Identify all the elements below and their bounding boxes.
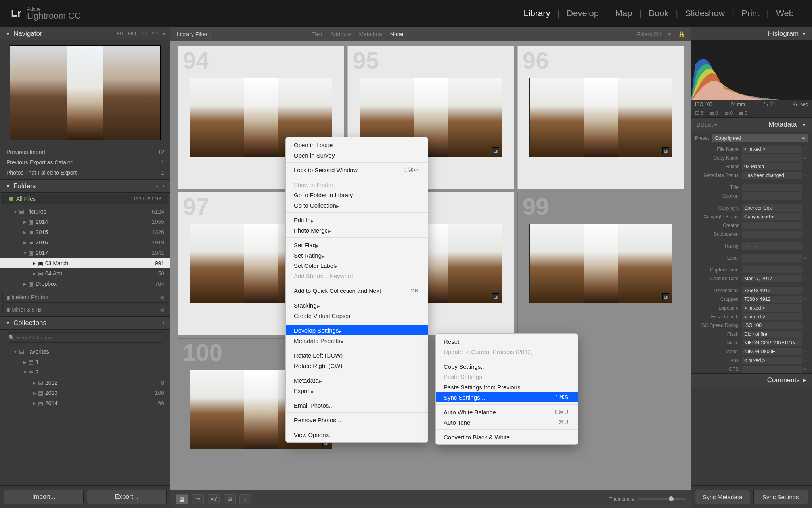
menu-icon[interactable]: ≡ — [802, 156, 808, 160]
tree-row[interactable]: ▶▣20161919 — [0, 237, 170, 248]
tree-row[interactable]: ▶▣20141055 — [0, 217, 170, 227]
tree-row[interactable]: ▶▤1 — [0, 357, 170, 367]
menu-icon[interactable]: ≡ — [802, 367, 808, 371]
disclosure-icon[interactable]: ▶ — [31, 401, 38, 406]
metadata-field[interactable]: Metadata StatusHas been changed≡ — [691, 171, 812, 180]
menu-item[interactable]: Set Color Label — [286, 260, 428, 271]
metadata-header[interactable]: Default ▾ Metadata ▼ — [691, 118, 812, 131]
metadata-field[interactable]: Caption — [691, 192, 812, 200]
disclosure-icon[interactable]: ▶ — [31, 271, 38, 276]
tree-row[interactable]: ▶▤201466 — [0, 398, 170, 408]
develop-badge-icon[interactable]: ◪ — [492, 147, 499, 154]
chevron-down-icon[interactable]: ▾ — [668, 31, 671, 37]
tree-row[interactable]: ▶▣Dropbox704 — [0, 279, 170, 289]
disclosure-icon[interactable]: ▶ — [21, 360, 29, 364]
menu-item[interactable]: Export — [286, 385, 428, 396]
disclosure-icon[interactable]: ▶ — [21, 282, 29, 286]
menu-item[interactable]: Go to Collection — [286, 200, 428, 210]
module-slideshow[interactable]: Slideshow — [678, 8, 732, 19]
metadata-field[interactable]: Dimensions7360 x 4912 — [691, 286, 812, 295]
menu-item[interactable]: Edit In — [286, 215, 428, 225]
metadata-field[interactable]: MakeNIKON CORPORATION — [691, 339, 812, 347]
tree-row[interactable]: ▶▤2013100 — [0, 388, 170, 398]
metadata-value[interactable] — [742, 231, 802, 238]
menu-item[interactable]: Lock to Second Window⇧⌘↩ — [286, 165, 428, 175]
collections-header[interactable]: ▼ Collections + — [0, 316, 170, 330]
metadata-field[interactable]: ISO Speed RatingISO 100 — [691, 321, 812, 330]
comments-header[interactable]: Comments ▶ — [691, 373, 812, 387]
volume-row[interactable]: All Files 133 / 699 GB — [2, 194, 168, 204]
tree-row[interactable]: ▼▤Favorites — [0, 346, 170, 357]
develop-badge-icon[interactable]: ◪ — [662, 147, 669, 154]
metadata-field[interactable]: Copy Name≡ — [691, 154, 812, 162]
metadata-field[interactable]: FlashDid not fire — [691, 330, 812, 339]
tree-row[interactable]: ▶▤20128 — [0, 377, 170, 388]
compare-view-button[interactable]: XY — [208, 494, 220, 504]
context-menu[interactable]: Open in LoupeOpen in SurveyLock to Secon… — [285, 137, 428, 443]
menu-item[interactable]: Remove Photos... — [286, 415, 428, 425]
menu-item[interactable]: Stacking — [286, 300, 428, 310]
search-collections-input[interactable]: 🔍 Filter Collections — [4, 332, 167, 343]
metadata-field[interactable]: Capture DateMar 17, 2017≡ — [691, 274, 812, 283]
module-map[interactable]: Map — [608, 8, 640, 19]
menu-icon[interactable]: ≡ — [802, 256, 808, 260]
metadata-value[interactable]: NIKON D800E — [742, 348, 802, 355]
disclosure-icon[interactable]: ▶ — [21, 220, 29, 224]
grid-cell[interactable]: 96◪ — [517, 46, 684, 189]
metadata-field[interactable]: Capture Time — [691, 266, 812, 274]
folders-header[interactable]: ▼ Folders −+ — [0, 179, 170, 193]
thumbnail-size-slider[interactable] — [638, 498, 686, 500]
chevron-down-icon[interactable]: ▾ — [163, 31, 165, 37]
catalog-row[interactable]: Photos That Failed to Export1 — [0, 167, 170, 178]
metadata-field[interactable]: Sublocation — [691, 230, 812, 239]
metadata-field[interactable]: GPS≡ — [691, 365, 812, 373]
metadata-field[interactable]: Rating· · · · · — [691, 242, 812, 250]
metadata-field[interactable]: Lens< mixed >≡ — [691, 356, 812, 365]
metadata-value[interactable]: < mixed > — [742, 146, 802, 153]
lock-icon[interactable]: 🔒 — [678, 31, 685, 37]
collapsed-volume[interactable]: ▮ Minor 3.5TB◀ — [2, 304, 168, 315]
sync-metadata-button[interactable]: Sync Metadata — [695, 490, 750, 504]
develop-badge-icon[interactable]: ◪ — [662, 293, 669, 300]
metadata-value[interactable] — [742, 184, 802, 191]
people-view-button[interactable]: ☺ — [239, 494, 251, 504]
filter-none[interactable]: None — [390, 31, 403, 37]
collapsed-volume[interactable]: ▮ Iceland Photos◀ — [2, 292, 168, 303]
import-button[interactable]: Import... — [4, 490, 84, 504]
menu-item[interactable]: Rotate Right (CW) — [286, 360, 428, 371]
nav-mode-fill[interactable]: FILL — [128, 31, 138, 37]
metadata-field[interactable]: Focal Length< mixed > — [691, 312, 812, 321]
plus-icon[interactable]: + — [162, 183, 165, 189]
thumbnail-grid[interactable]: 94◪95◪96◪97◪98◪99◪100◪ — [170, 41, 691, 490]
minus-icon[interactable]: − — [155, 183, 158, 189]
metadata-value[interactable]: < mixed > — [742, 357, 802, 364]
metadata-field[interactable]: Copyright StatusCopyrighted ▾ — [691, 212, 812, 221]
grid-cell[interactable]: 99◪ — [517, 192, 684, 335]
tree-row[interactable]: ▶▣03 March991 — [0, 258, 170, 268]
tree-row[interactable]: ▼▣Pictures6124 — [0, 206, 170, 217]
menu-item[interactable]: Set Rating — [286, 250, 428, 260]
disclosure-icon[interactable]: ▼ — [12, 350, 19, 354]
menu-item[interactable]: Metadata — [286, 375, 428, 385]
menu-item[interactable]: Email Photos... — [286, 400, 428, 410]
metadata-value[interactable]: Copyrighted ▾ — [742, 213, 802, 220]
menu-item[interactable]: Photo Merge — [286, 225, 428, 235]
menu-icon[interactable]: ≡ — [802, 358, 808, 362]
metadata-field[interactable]: Title — [691, 183, 812, 192]
disclosure-icon[interactable]: ▼ — [21, 370, 29, 375]
metadata-field[interactable]: Folder03 March — [691, 162, 812, 171]
metadata-value[interactable]: Spencer Cox — [742, 204, 802, 212]
menu-item[interactable]: View Options... — [286, 429, 428, 440]
context-submenu-develop-settings[interactable]: ResetUpdate to Current Process (2012)Cop… — [435, 333, 578, 445]
plus-icon[interactable]: + — [162, 320, 165, 326]
catalog-row[interactable]: Previous Export as Catalog1 — [0, 157, 170, 167]
metadata-field[interactable]: CopyrightSpencer Cox — [691, 204, 812, 212]
menu-item[interactable]: Create Virtual Copies — [286, 310, 428, 321]
menu-item[interactable]: Open in Survey — [286, 150, 428, 160]
module-library[interactable]: Library — [516, 8, 557, 19]
menu-item[interactable]: Convert to Black & White — [436, 432, 578, 442]
menu-item[interactable]: Develop Settings — [286, 325, 428, 335]
navigator-header[interactable]: ▼ Navigator FITFILL1:12:1▾ — [0, 27, 170, 40]
metadata-field[interactable]: Creator — [691, 221, 812, 230]
filter-metadata[interactable]: Metadata — [359, 31, 382, 37]
